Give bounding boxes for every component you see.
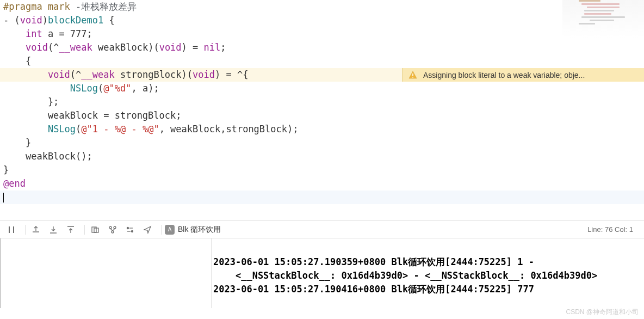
code-line: - (void)blockDemo1 { [0,14,644,27]
console-line: 2023-06-01 15:05:27.190359+0800 Blk循环饮用[… [213,256,534,267]
console-line: 2023-06-01 15:05:27.190416+0800 Blk循环饮用[… [213,284,534,295]
step-into-icon[interactable] [64,223,78,236]
svg-point-7 [127,227,129,229]
code-line: @end [0,177,644,191]
scheme-icon: A [165,225,175,235]
continue-exec-icon[interactable] [29,223,43,236]
minimap[interactable] [562,0,644,38]
code-line: { [0,54,644,68]
warning-text: Assigning block literal to a weak variab… [423,71,585,79]
code-editor[interactable]: #pragma mark -堆栈释放差异 - (void)blockDemo1 … [0,0,644,221]
pause-button[interactable] [4,223,18,236]
console-line: <__NSStackBlock__: 0x16d4b39d0> - <__NSS… [213,270,597,281]
code-line: #pragma mark -堆栈释放差异 [0,0,644,14]
svg-point-5 [114,226,116,229]
svg-rect-0 [412,73,413,76]
console-output[interactable]: 2023-06-01 15:05:27.190359+0800 Blk循环饮用[… [0,238,644,308]
location-icon[interactable] [140,223,154,236]
view-hierarchy-icon[interactable] [88,223,102,236]
code-line: NSLog(@"%d", a); [0,82,644,95]
code-line: void(^__weak weakBlock)(void) = nil; [0,41,644,54]
current-line [0,191,644,204]
svg-rect-1 [412,77,413,78]
code-line: NSLog(@"1 - %@ - %@", weakBlock,strongBl… [0,122,644,136]
divider [161,225,162,235]
code-line: }; [0,95,644,109]
divider [25,225,26,235]
code-line: } [0,136,644,150]
code-line: int a = 777; [0,27,644,41]
debug-toolbar: A Blk 循环饮用 Line: 76 Col: 1 [0,221,644,238]
svg-point-4 [109,226,112,229]
code-line: weakBlock = strongBlock; [0,109,644,122]
svg-point-6 [112,231,114,233]
code-line: weakBlock(); [0,150,644,163]
watermark: CSDN @神奇阿道和小司 [566,308,639,317]
scheme-name[interactable]: Blk 循环饮用 [178,225,221,235]
cursor-position: Line: 76 Col: 1 [587,225,633,234]
env-overrides-icon[interactable] [123,223,137,236]
divider [84,225,85,235]
warning-icon [408,70,418,80]
warning-banner[interactable]: Assigning block literal to a weak variab… [402,68,644,82]
code-line: } [0,163,644,177]
svg-point-8 [132,230,133,232]
memory-graph-icon[interactable] [106,223,120,236]
step-over-icon[interactable] [46,223,60,236]
